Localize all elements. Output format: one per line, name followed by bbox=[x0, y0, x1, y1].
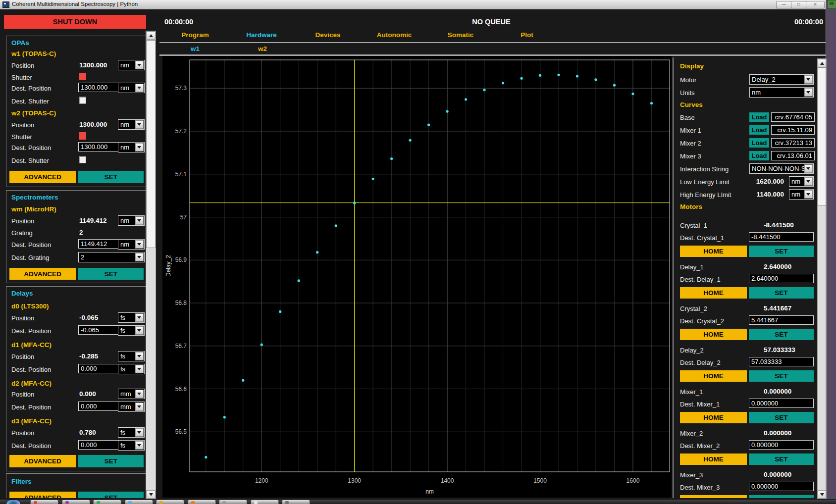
subtab-w1[interactable]: w1 bbox=[191, 45, 200, 52]
motor-set-button[interactable]: SET bbox=[749, 370, 814, 382]
motor-home-button[interactable]: HOME bbox=[680, 454, 747, 465]
shutdown-button[interactable]: SHUT DOWN bbox=[4, 15, 146, 29]
tab-devices[interactable]: Devices bbox=[315, 31, 340, 39]
motor-home-button[interactable]: HOME bbox=[680, 246, 747, 257]
motor-dest-input[interactable]: 0.000000 bbox=[749, 399, 814, 408]
scroll-down-icon[interactable] bbox=[146, 490, 156, 499]
delays-set-button[interactable]: SET bbox=[78, 455, 144, 467]
interaction-string-select[interactable]: NON-NON-NON-S bbox=[749, 163, 814, 174]
scroll-up-icon[interactable] bbox=[146, 31, 156, 40]
motor-set-button[interactable]: SET bbox=[749, 287, 814, 299]
d2-dest-input[interactable]: 0.000 bbox=[78, 402, 119, 411]
maximize-button[interactable]: □ bbox=[791, 1, 806, 8]
mixer1-curve-file[interactable]: 15.11.09.crv bbox=[771, 125, 815, 135]
w2-dest-shutter-checkbox[interactable] bbox=[79, 156, 86, 163]
delays-advanced-button[interactable]: ADVANCED bbox=[9, 455, 76, 467]
tab-somatic[interactable]: Somatic bbox=[448, 31, 474, 39]
taskbar-button-app-orange[interactable] bbox=[188, 500, 216, 504]
d0-dest-unit-select[interactable]: fs bbox=[118, 325, 145, 336]
tab-autonomic[interactable]: Autonomic bbox=[377, 31, 412, 39]
scrollbar-thumb[interactable] bbox=[818, 67, 826, 206]
filters-set-button[interactable]: SET bbox=[78, 492, 144, 498]
opas-advanced-button[interactable]: ADVANCED bbox=[9, 171, 76, 183]
d2-unit-select[interactable]: mm bbox=[118, 389, 145, 399]
d0-dest-input[interactable]: -0.065 bbox=[78, 325, 119, 335]
motor-home-button[interactable]: HOME bbox=[680, 287, 747, 299]
taskbar-button-app-gray[interactable] bbox=[219, 500, 247, 504]
w2-dest-unit-select[interactable]: nm bbox=[118, 142, 145, 152]
motor-dest-input[interactable]: -8.441500 bbox=[749, 232, 814, 242]
d0-unit-select[interactable]: fs bbox=[118, 312, 145, 323]
motor-dest-input[interactable]: 0.000000 bbox=[749, 440, 814, 450]
w2-position-unit-select[interactable]: nm bbox=[118, 119, 145, 130]
opas-set-button[interactable]: SET bbox=[78, 171, 144, 183]
mixer3-curve-file[interactable]: 13.06.01.crv bbox=[771, 151, 815, 160]
taskbar-button-app-folder[interactable] bbox=[156, 500, 184, 504]
base-curve-file[interactable]: 05 67764.crv bbox=[771, 112, 815, 122]
hardware-panel-scrollbar[interactable] bbox=[146, 31, 156, 499]
mixer2-load-button[interactable]: Load bbox=[749, 138, 769, 148]
motor-home-button[interactable]: HOME bbox=[680, 370, 747, 382]
taskbar-button-app-purple[interactable] bbox=[62, 500, 90, 504]
mixer2-curve-file[interactable]: 13 37213.crv bbox=[771, 138, 815, 148]
tab-plot[interactable]: Plot bbox=[521, 31, 533, 39]
taskbar-button-app-white[interactable] bbox=[251, 500, 279, 504]
w1-dest-position-input[interactable]: 1300.000 bbox=[78, 83, 119, 92]
titlebar[interactable]: Coherent Multidimensional Spectroscopy |… bbox=[0, 0, 826, 9]
motor-home-button[interactable]: HOME bbox=[680, 412, 747, 423]
taskbar-button-app-window[interactable] bbox=[125, 500, 153, 504]
d3-unit-select[interactable]: fs bbox=[118, 427, 145, 438]
taskbar-button-app-red[interactable] bbox=[30, 500, 58, 504]
base-load-button[interactable]: Load bbox=[749, 112, 769, 122]
d2-dest-unit-select[interactable]: mm bbox=[118, 402, 145, 412]
spectrometers-set-button[interactable]: SET bbox=[78, 268, 144, 280]
d1-dest-input[interactable]: 0.000 bbox=[78, 364, 119, 373]
d1-unit-select[interactable]: fs bbox=[118, 351, 145, 361]
units-select[interactable]: nm bbox=[749, 87, 814, 98]
w1-position-unit-select[interactable]: nm bbox=[118, 60, 145, 70]
subtab-w2[interactable]: w2 bbox=[258, 45, 267, 52]
w1-dest-shutter-checkbox[interactable] bbox=[79, 97, 86, 104]
motor-select[interactable]: Delay_2 bbox=[749, 74, 814, 85]
scroll-up-icon[interactable] bbox=[818, 59, 826, 67]
motor-home-button[interactable]: HOME bbox=[680, 329, 747, 340]
start-button[interactable] bbox=[6, 500, 21, 504]
motor-home-button[interactable]: HOME bbox=[680, 495, 747, 498]
motor-set-button[interactable]: SET bbox=[749, 412, 814, 423]
desktop-shortcut-icon[interactable] bbox=[828, 0, 836, 8]
motor-set-button[interactable]: SET bbox=[749, 329, 814, 340]
d3-dest-input[interactable]: 0.000 bbox=[78, 440, 119, 450]
motor-dest-input[interactable]: 0.000000 bbox=[749, 482, 814, 491]
wm-dest-grating-select[interactable]: 2 bbox=[78, 252, 145, 262]
taskbar-button-app-plain[interactable] bbox=[282, 500, 310, 504]
wm-position-unit-select[interactable]: nm bbox=[118, 215, 145, 226]
taskbar-button-app-green[interactable] bbox=[93, 500, 121, 504]
motor-dest-input[interactable]: 2.640000 bbox=[749, 274, 814, 283]
filters-advanced-button[interactable]: ADVANCED bbox=[9, 492, 76, 498]
spectrometers-advanced-button[interactable]: ADVANCED bbox=[9, 268, 76, 280]
motor-set-button[interactable]: SET bbox=[749, 495, 814, 498]
scroll-down-icon[interactable] bbox=[818, 490, 826, 499]
d3-dest-unit-select[interactable]: fs bbox=[118, 440, 145, 451]
mixer3-load-button[interactable]: Load bbox=[749, 151, 769, 160]
tab-program[interactable]: Program bbox=[181, 31, 209, 39]
motor-dest-input[interactable]: 57.033333 bbox=[749, 357, 814, 366]
mixer1-load-button[interactable]: Load bbox=[749, 125, 769, 135]
low-energy-unit-select[interactable]: nm bbox=[789, 176, 814, 187]
high-energy-unit-select[interactable]: nm bbox=[789, 189, 814, 200]
tab-hardware[interactable]: Hardware bbox=[246, 31, 277, 39]
w1-dest-unit-select[interactable]: nm bbox=[118, 83, 145, 93]
wm-dest-unit-select[interactable]: nm bbox=[118, 239, 145, 250]
motor-value: -8.441500 bbox=[764, 221, 794, 229]
d1-dest-unit-select[interactable]: fs bbox=[118, 364, 145, 374]
plot-canvas[interactable]: 56.556.656.756.856.95757.157.257.3120013… bbox=[162, 56, 672, 498]
motor-name: Crystal_2 bbox=[680, 305, 707, 312]
w2-dest-position-input[interactable]: 1300.000 bbox=[78, 142, 119, 151]
scrollbar-thumb[interactable] bbox=[146, 40, 156, 248]
motor-set-button[interactable]: SET bbox=[749, 454, 814, 465]
minimize-button[interactable]: — bbox=[776, 1, 791, 8]
motor-set-button[interactable]: SET bbox=[749, 246, 814, 257]
close-button[interactable]: ✕ bbox=[806, 1, 825, 8]
motor-dest-input[interactable]: 5.441667 bbox=[749, 315, 814, 325]
wm-dest-position-input[interactable]: 1149.412 bbox=[78, 239, 119, 249]
